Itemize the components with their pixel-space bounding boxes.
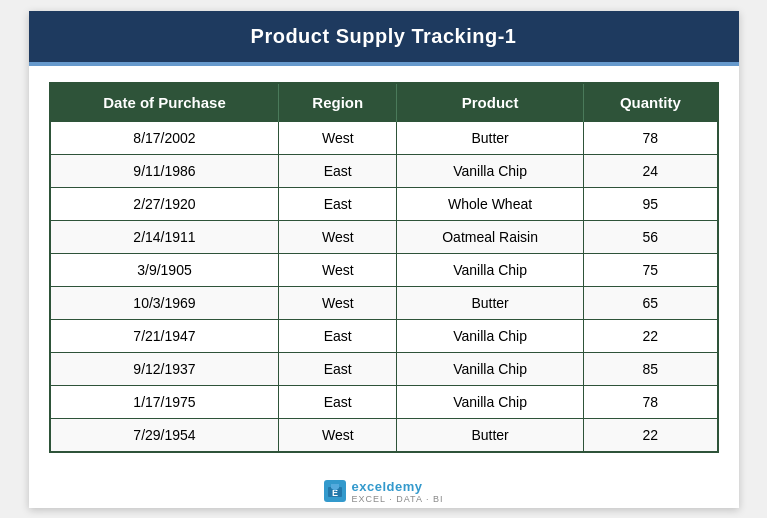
main-container: Product Supply Tracking-1 Date of Purcha… [29,11,739,508]
col-quantity: Quantity [584,83,718,122]
exceldemy-logo-icon: E [327,483,343,499]
watermark-icon: E [324,480,346,502]
cell-product: Vanilla Chip [397,385,584,418]
cell-product: Vanilla Chip [397,253,584,286]
cell-product: Vanilla Chip [397,154,584,187]
cell-region: West [279,220,397,253]
table-row: 1/17/1975EastVanilla Chip78 [50,385,718,418]
cell-date: 9/11/1986 [50,154,279,187]
col-region: Region [279,83,397,122]
cell-region: West [279,286,397,319]
table-row: 9/12/1937EastVanilla Chip85 [50,352,718,385]
cell-region: West [279,253,397,286]
cell-quantity: 56 [584,220,718,253]
watermark: E exceldemy EXCEL · DATA · BI [29,473,739,508]
cell-quantity: 22 [584,319,718,352]
header-row: Date of Purchase Region Product Quantity [50,83,718,122]
cell-product: Butter [397,286,584,319]
table-wrapper: Date of Purchase Region Product Quantity… [29,66,739,473]
table-row: 10/3/1969WestButter65 [50,286,718,319]
cell-region: East [279,154,397,187]
cell-region: West [279,121,397,154]
data-table: Date of Purchase Region Product Quantity… [49,82,719,453]
table-row: 2/14/1911WestOatmeal Raisin56 [50,220,718,253]
watermark-brand: exceldemy [352,479,423,494]
cell-date: 9/12/1937 [50,352,279,385]
cell-date: 2/27/1920 [50,187,279,220]
title-bar: Product Supply Tracking-1 [29,11,739,62]
cell-quantity: 78 [584,385,718,418]
col-product: Product [397,83,584,122]
cell-date: 3/9/1905 [50,253,279,286]
table-row: 8/17/2002WestButter78 [50,121,718,154]
cell-region: West [279,418,397,452]
cell-region: East [279,385,397,418]
cell-quantity: 24 [584,154,718,187]
table-row: 7/21/1947EastVanilla Chip22 [50,319,718,352]
table-row: 3/9/1905WestVanilla Chip75 [50,253,718,286]
cell-product: Vanilla Chip [397,319,584,352]
cell-date: 10/3/1969 [50,286,279,319]
cell-date: 7/21/1947 [50,319,279,352]
cell-region: East [279,319,397,352]
page-title: Product Supply Tracking-1 [251,25,517,47]
table-row: 2/27/1920EastWhole Wheat95 [50,187,718,220]
cell-region: East [279,352,397,385]
cell-quantity: 65 [584,286,718,319]
cell-date: 2/14/1911 [50,220,279,253]
cell-quantity: 75 [584,253,718,286]
cell-product: Oatmeal Raisin [397,220,584,253]
cell-product: Vanilla Chip [397,352,584,385]
cell-date: 1/17/1975 [50,385,279,418]
table-header: Date of Purchase Region Product Quantity [50,83,718,122]
table-row: 7/29/1954WestButter22 [50,418,718,452]
watermark-sub: EXCEL · DATA · BI [352,494,444,504]
table-row: 9/11/1986EastVanilla Chip24 [50,154,718,187]
cell-region: East [279,187,397,220]
cell-product: Butter [397,418,584,452]
col-date: Date of Purchase [50,83,279,122]
cell-quantity: 95 [584,187,718,220]
watermark-text-block: exceldemy EXCEL · DATA · BI [352,479,444,504]
table-body: 8/17/2002WestButter789/11/1986EastVanill… [50,121,718,452]
cell-product: Butter [397,121,584,154]
cell-quantity: 85 [584,352,718,385]
cell-date: 7/29/1954 [50,418,279,452]
cell-date: 8/17/2002 [50,121,279,154]
cell-product: Whole Wheat [397,187,584,220]
cell-quantity: 78 [584,121,718,154]
cell-quantity: 22 [584,418,718,452]
